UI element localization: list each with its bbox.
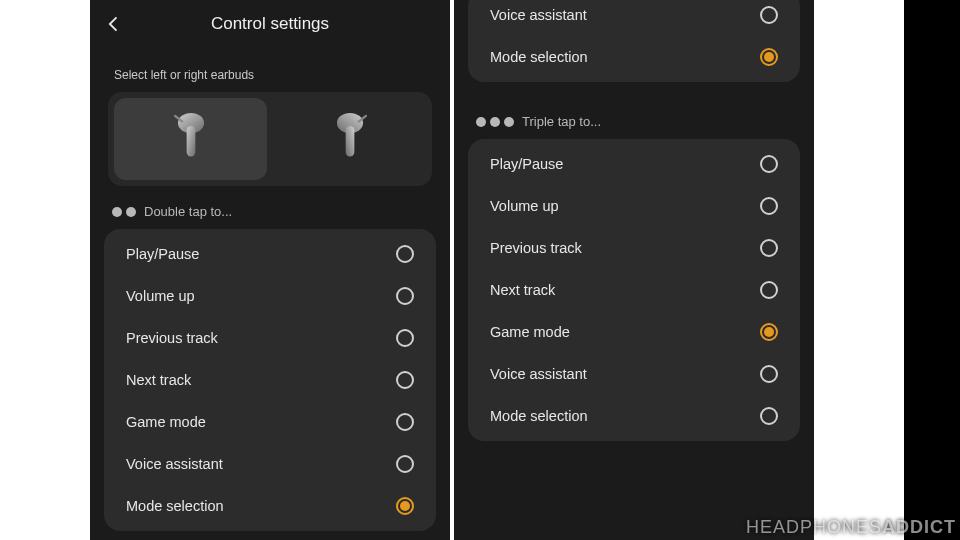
option-mode-selection[interactable]: Mode selection	[468, 395, 800, 437]
radio-icon	[396, 329, 414, 347]
option-next-track[interactable]: Next track	[468, 269, 800, 311]
radio-icon	[396, 413, 414, 431]
option-play-pause[interactable]: Play/Pause	[104, 233, 436, 275]
svg-rect-4	[345, 126, 354, 156]
option-voice-assistant[interactable]: Voice assistant	[468, 0, 800, 36]
svg-rect-1	[186, 126, 195, 156]
radio-icon	[760, 48, 778, 66]
radio-icon	[760, 407, 778, 425]
radio-icon	[396, 371, 414, 389]
earbud-right-icon	[327, 110, 373, 168]
earbud-select-label: Select left or right earbuds	[90, 48, 450, 92]
radio-icon	[760, 6, 778, 24]
radio-icon	[396, 455, 414, 473]
option-previous-track[interactable]: Previous track	[104, 317, 436, 359]
radio-icon	[760, 323, 778, 341]
triple-tap-label-text: Triple tap to...	[522, 114, 601, 129]
screenshot-right-panel: Voice assistant Mode selection Triple ta…	[454, 0, 814, 540]
option-game-mode[interactable]: Game mode	[104, 401, 436, 443]
radio-icon	[760, 155, 778, 173]
option-play-pause[interactable]: Play/Pause	[468, 143, 800, 185]
left-earbud-option[interactable]	[114, 98, 267, 180]
double-dots-icon	[112, 207, 136, 217]
page-title: Control settings	[211, 14, 329, 34]
radio-icon	[760, 365, 778, 383]
back-button[interactable]	[102, 12, 126, 36]
watermark: HEADPHONESADDICT	[746, 517, 956, 538]
chevron-left-icon	[104, 14, 124, 34]
double-tap-section-label: Double tap to...	[90, 200, 450, 229]
radio-icon	[760, 239, 778, 257]
radio-icon	[396, 245, 414, 263]
triple-tap-options-card: Play/Pause Volume up Previous track Next…	[468, 139, 800, 441]
option-mode-selection[interactable]: Mode selection	[104, 485, 436, 527]
radio-icon	[760, 281, 778, 299]
option-previous-track[interactable]: Previous track	[468, 227, 800, 269]
option-voice-assistant[interactable]: Voice assistant	[468, 353, 800, 395]
earbud-selector	[108, 92, 432, 186]
option-volume-up[interactable]: Volume up	[468, 185, 800, 227]
triple-dots-icon	[476, 117, 514, 127]
double-tap-options-card-tail: Voice assistant Mode selection	[468, 0, 800, 82]
radio-icon	[396, 287, 414, 305]
option-volume-up[interactable]: Volume up	[104, 275, 436, 317]
double-tap-label-text: Double tap to...	[144, 204, 232, 219]
option-voice-assistant[interactable]: Voice assistant	[104, 443, 436, 485]
radio-icon	[396, 497, 414, 515]
screenshot-left-panel: Control settings Select left or right ea…	[90, 0, 450, 540]
earbud-left-icon	[168, 110, 214, 168]
header: Control settings	[90, 0, 450, 48]
triple-tap-section-label: Triple tap to...	[454, 96, 814, 139]
option-mode-selection[interactable]: Mode selection	[468, 36, 800, 78]
right-earbud-option[interactable]	[273, 98, 426, 180]
option-next-track[interactable]: Next track	[104, 359, 436, 401]
option-game-mode[interactable]: Game mode	[468, 311, 800, 353]
double-tap-options-card: Play/Pause Volume up Previous track Next…	[104, 229, 436, 531]
radio-icon	[760, 197, 778, 215]
